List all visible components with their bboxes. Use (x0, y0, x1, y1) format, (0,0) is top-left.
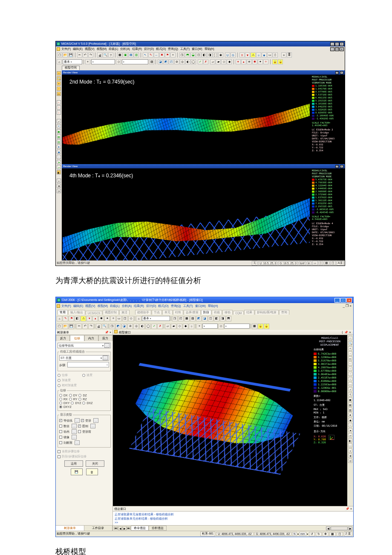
close-button[interactable]: × (346, 298, 352, 303)
save-view-button[interactable]: 💾 (71, 468, 83, 475)
tree-panel-header[interactable]: 树形菜单 📌 × (56, 330, 112, 335)
mdi-minimize-button[interactable]: _ (330, 47, 334, 51)
basic-combo[interactable]: 基本 ▾ (63, 59, 82, 64)
msg-next-icon[interactable]: ▶ (122, 526, 127, 530)
rs-check-icon[interactable]: ✓ (348, 387, 352, 391)
ucs-icon[interactable]: U (225, 52, 230, 58)
minimize-button[interactable]: _ (330, 42, 334, 46)
strip-tab[interactable]: 单元 (162, 310, 173, 315)
message-body[interactable]: 正在读取梁单元当前分析结果 - 移动荷载分析 正在读取板单元分析结果 - 移动荷… (113, 512, 353, 525)
node2-icon[interactable]: ▥ (134, 52, 139, 58)
status-ortho-icon[interactable]: ◫ (337, 532, 343, 536)
vs-check-icon[interactable]: ✓ (57, 119, 61, 123)
persp-icon[interactable]: ◧ (202, 52, 207, 58)
rs-up-icon[interactable]: ↑ (348, 372, 352, 376)
check-value[interactable] (59, 425, 62, 428)
tree-icon[interactable]: ⌂ (57, 59, 62, 64)
hscroll-left[interactable]: ◀ (326, 526, 330, 530)
strip-tab[interactable]: 输入/输出 (68, 310, 85, 315)
check1-icon[interactable]: ✓ (198, 59, 203, 64)
loadcase-opts[interactable]: … (103, 356, 108, 360)
check-deform[interactable] (81, 419, 84, 422)
save-icon[interactable]: 💾 (68, 52, 73, 58)
menubar[interactable]: 文件(F) 编辑(E) 视图(V) 模型(M) 荷载(L) 分析(A) 结果(R… (56, 46, 345, 52)
rs-zoomout-icon[interactable]: － (348, 351, 352, 356)
strip-tab[interactable]: 移动 (222, 310, 233, 315)
mdi-controls[interactable]: _ ❐ × (342, 304, 352, 308)
menu-analysis[interactable]: 分析(A) (119, 47, 131, 51)
rs-dots-icon[interactable]: ⋯ (348, 382, 352, 386)
rs-rot-icon[interactable]: ∝ (348, 448, 352, 453)
status-unit-force[interactable]: N (292, 532, 297, 536)
x-icon[interactable]: ✗ (157, 324, 163, 329)
grid-icon[interactable]: ▦ (117, 52, 122, 58)
strip-tab[interactable]: 查询 (279, 310, 289, 315)
flag-icon[interactable]: ⚑ (69, 316, 74, 321)
f5-icon[interactable]: ✧ (110, 316, 116, 321)
menu-result[interactable]: 结果(R) (133, 304, 145, 308)
msg-tab-analysis[interactable]: 分析信息 (149, 526, 167, 531)
window-icon[interactable]: ▭ (267, 52, 272, 58)
status-ime[interactable]: A漢 (337, 261, 344, 266)
menu-view[interactable]: 视图(V) (84, 47, 95, 51)
snap-combo[interactable]: ▾ (202, 324, 218, 329)
msg-last-icon[interactable]: ⏭ (127, 526, 131, 530)
rs-zoomin-icon[interactable]: ＋ (348, 346, 352, 350)
hide-icon[interactable]: ⊘ (127, 324, 133, 329)
shade-icon[interactable]: ◐ (185, 59, 190, 64)
rs-cursor-icon[interactable]: ↸ (348, 392, 352, 396)
radio-dx[interactable] (59, 394, 62, 397)
strip-tab[interactable]: 常用 (58, 310, 68, 315)
status-tool2[interactable]: ↻ (316, 532, 322, 536)
menu-mode[interactable]: 模式(O) (157, 304, 169, 308)
undo-icon[interactable]: ↶ (83, 52, 88, 58)
f1-icon[interactable]: ▾ (86, 316, 92, 321)
iso2-icon[interactable]: ◩ (115, 324, 121, 329)
status-unit-length[interactable]: mm (299, 532, 306, 536)
canvas-a[interactable]: 2nd Mode : T₂ = 0.7459(sec) (62, 75, 311, 164)
model-window-header[interactable]: 模型窗口 ⟨📌× (113, 330, 353, 335)
snap2-icon[interactable]: ◇ (218, 324, 224, 329)
open-icon[interactable]: 📂 (63, 324, 68, 329)
save-icon[interactable]: 💾 (69, 324, 74, 329)
canvas-b[interactable]: 4th Mode : T₄ = 0.2346(sec) (62, 168, 311, 260)
menu-mode[interactable]: 模式(O) (155, 47, 167, 51)
check-legend[interactable] (78, 425, 81, 428)
vs-circ-icon[interactable]: ○ (57, 155, 61, 159)
vs-poly-icon[interactable]: ◆ (57, 150, 61, 154)
picker-icon[interactable]: ⌖ (170, 52, 176, 58)
rs-poly-icon[interactable]: ◆ (348, 418, 352, 422)
status-tool3[interactable]: ✥ (323, 532, 329, 536)
status-grid-icon[interactable]: ▦ (329, 532, 336, 536)
disp-type-combo[interactable]: 位移等值线 ▾ … (58, 343, 111, 348)
strip-tab[interactable]: UCS/GCS (86, 311, 103, 315)
msg-prev-icon[interactable]: ◀ (118, 526, 122, 530)
f8-icon[interactable]: ◇ (128, 316, 134, 321)
status-toggle2[interactable]: ▯ (319, 261, 323, 265)
tab-force[interactable]: 内力 (84, 335, 98, 341)
model-canvas[interactable] (113, 335, 312, 506)
warn-icon[interactable]: ⚠ (81, 316, 86, 321)
value-opts[interactable]: … (72, 424, 77, 428)
node-icon[interactable]: ▣ (123, 52, 128, 58)
vs-home-icon[interactable]: ⌂ (57, 71, 61, 75)
v4-icon[interactable]: ▧ (190, 316, 196, 321)
apply-button[interactable]: 适用 (64, 460, 83, 467)
f3-icon[interactable]: ✱ (98, 316, 104, 321)
sel1-icon[interactable]: ▱ (165, 324, 170, 329)
iso2-icon[interactable]: ◩ (163, 59, 168, 64)
sel2-icon[interactable]: ▰ (171, 324, 176, 329)
filt6-icon[interactable]: ✧ (263, 59, 268, 64)
status-unit1[interactable]: tonf (299, 261, 306, 265)
legend-opts[interactable]: … (90, 424, 95, 428)
menu-query[interactable]: 查询(Q) (167, 47, 179, 51)
vs-mag-icon[interactable]: 🔍 (57, 76, 61, 81)
iso3-icon[interactable]: ◰ (169, 59, 174, 64)
snap-icon[interactable]: ⌖ (85, 59, 90, 64)
v1-icon[interactable]: ◳ (172, 316, 178, 321)
vs-arrow-icon[interactable]: ➤ (57, 160, 61, 164)
contour-opts[interactable]: … (75, 418, 80, 423)
mw-close-icon[interactable]: × (348, 331, 352, 334)
rs-box3-icon[interactable]: ▥ (348, 408, 352, 412)
rs-rot2-icon[interactable]: ⟳ (348, 459, 352, 463)
